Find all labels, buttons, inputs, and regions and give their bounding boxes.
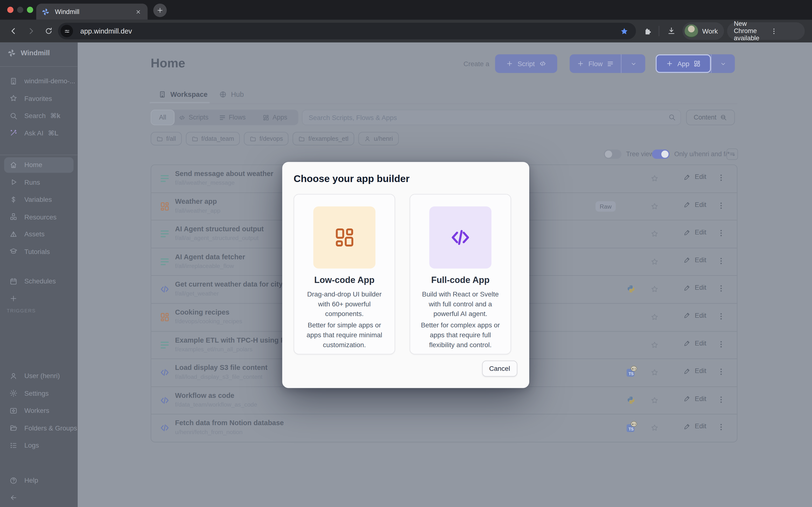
sidebar-item-search[interactable]: Search⌘k xyxy=(0,107,78,125)
table-row[interactable]: Fetch data from Notion databaseu/henri/f… xyxy=(151,414,737,442)
site-info-icon[interactable] xyxy=(61,25,73,37)
bookmark-star-icon[interactable] xyxy=(620,26,628,35)
row-menu-kebab-icon[interactable] xyxy=(717,312,725,321)
tab-workspace[interactable]: Workspace xyxy=(158,91,208,98)
low-code-app-card[interactable]: Low-code App Drag-and-drop UI builder wi… xyxy=(294,194,395,354)
filter-settings-button[interactable] xyxy=(726,149,738,160)
tab-close-icon[interactable] xyxy=(135,8,141,15)
sidebar-item-folders-groups[interactable]: Folders & Groups xyxy=(0,419,78,437)
filter-segment-flows[interactable]: Flows xyxy=(213,110,252,125)
sidebar-item-tutorials[interactable]: Tutorials xyxy=(0,243,78,260)
favorite-star-icon[interactable] xyxy=(650,230,659,238)
sidebar-item-favorites[interactable]: Favorites xyxy=(0,90,78,107)
new-tab-button[interactable] xyxy=(153,4,167,17)
sidebar-item-windmill-demo[interactable]: windmill-demo-... xyxy=(0,72,78,90)
profile-button[interactable]: Work xyxy=(682,22,724,40)
cancel-button[interactable]: Cancel xyxy=(482,361,517,377)
chrome-menu-icon[interactable] xyxy=(770,27,800,35)
app-dropdown-button[interactable] xyxy=(711,54,735,73)
chip-u-henri[interactable]: u/henri xyxy=(358,132,399,145)
forward-button[interactable] xyxy=(24,24,39,38)
favorite-star-icon[interactable] xyxy=(650,424,659,432)
favorite-star-icon[interactable] xyxy=(650,341,659,349)
favorite-star-icon[interactable] xyxy=(650,258,659,266)
extensions-icon[interactable] xyxy=(644,27,653,36)
tree-view-toggle[interactable] xyxy=(604,150,621,159)
sidebar-item-assets[interactable]: Assets xyxy=(0,225,78,243)
only-filter-toggle[interactable] xyxy=(652,150,670,159)
edit-button[interactable]: Edit xyxy=(683,312,706,319)
row-menu-kebab-icon[interactable] xyxy=(717,368,725,376)
edit-button[interactable]: Edit xyxy=(683,173,706,181)
row-menu-kebab-icon[interactable] xyxy=(717,257,725,265)
flow-dropdown-button[interactable] xyxy=(621,54,645,73)
page: Windmill windmill-demo-...FavoritesSearc… xyxy=(0,43,812,507)
table-row[interactable]: Workflow as codef/data_team/workflow_as_… xyxy=(151,386,737,414)
sidebar-item-user-henri[interactable]: User (henri) xyxy=(0,367,78,385)
favorite-star-icon[interactable] xyxy=(650,202,659,210)
back-button[interactable] xyxy=(6,24,21,38)
edit-button[interactable]: Edit xyxy=(683,256,706,264)
sidebar-item-workers[interactable]: Workers xyxy=(0,402,78,419)
edit-button[interactable]: Edit xyxy=(683,339,706,347)
favorite-star-icon[interactable] xyxy=(650,369,659,377)
sidebar-item-variables[interactable]: Variables xyxy=(0,191,78,208)
sidebar-item-home[interactable]: Home xyxy=(0,156,78,174)
row-menu-kebab-icon[interactable] xyxy=(717,229,725,237)
search-input[interactable] xyxy=(302,110,681,125)
favorite-star-icon[interactable] xyxy=(650,174,659,182)
item-title: Send message about weather xyxy=(175,170,273,177)
edit-button[interactable]: Edit xyxy=(683,394,706,402)
download-icon[interactable] xyxy=(667,26,676,35)
edit-button[interactable]: Edit xyxy=(683,228,706,236)
favorite-star-icon[interactable] xyxy=(650,285,659,294)
window-zoom-button[interactable] xyxy=(27,7,33,13)
window-close-button[interactable] xyxy=(7,7,13,13)
sidebar-item-schedules[interactable]: Schedules xyxy=(0,273,78,290)
row-menu-kebab-icon[interactable] xyxy=(717,201,725,210)
create-script-button[interactable]: Script xyxy=(495,54,557,73)
sidebar-item-resources[interactable]: Resources xyxy=(0,208,78,226)
sidebar-item-plus[interactable] xyxy=(0,290,78,307)
edit-button[interactable]: Edit xyxy=(683,367,706,375)
sidebar-item-label: Resources xyxy=(24,213,57,221)
edit-button[interactable]: Edit xyxy=(683,201,706,208)
row-menu-kebab-icon[interactable] xyxy=(717,423,725,432)
windmill-brand[interactable]: Windmill xyxy=(7,49,50,57)
row-menu-kebab-icon[interactable] xyxy=(717,340,725,348)
content-search-button[interactable]: Content xyxy=(686,110,735,125)
favorite-star-icon[interactable] xyxy=(650,313,659,321)
row-menu-kebab-icon[interactable] xyxy=(717,173,725,182)
favorite-star-icon[interactable] xyxy=(650,396,659,404)
filter-segment-all[interactable]: All xyxy=(151,110,175,125)
create-flow-button[interactable]: Flow xyxy=(570,54,621,73)
chip-f-data-team[interactable]: f/data_team xyxy=(186,132,240,145)
wand-icon xyxy=(9,129,18,137)
sidebar-item-ask-ai[interactable]: Ask AI⌘L xyxy=(0,124,78,142)
full-code-app-card[interactable]: Full-code App Build with React or Svelte… xyxy=(410,194,511,354)
modal-title: Choose your app builder xyxy=(294,173,410,185)
filter-segment-apps[interactable]: Apps xyxy=(252,110,298,125)
chip-f-devops[interactable]: f/devops xyxy=(244,132,289,145)
reload-button[interactable] xyxy=(41,24,56,38)
sidebar-item-runs[interactable]: Runs xyxy=(0,174,78,191)
sidebar-item-settings[interactable]: Settings xyxy=(0,385,78,402)
chrome-update-button[interactable]: New Chrome available xyxy=(727,22,805,40)
sidebar-item-logs[interactable]: Logs xyxy=(0,437,78,454)
chip-f-examples-etl[interactable]: f/examples_etl xyxy=(293,132,354,145)
folder-icon xyxy=(298,135,305,142)
window-minimize-button[interactable] xyxy=(17,7,23,13)
sidebar-footer-help[interactable]: Help xyxy=(0,472,78,489)
browser-tab[interactable]: Windmill xyxy=(36,4,148,19)
row-menu-kebab-icon[interactable] xyxy=(717,284,725,293)
chip-f-all[interactable]: f/all xyxy=(151,132,182,145)
address-bar[interactable]: app.windmill.dev xyxy=(58,23,636,39)
sidebar-footer-plus[interactable] xyxy=(0,489,78,507)
filter-segment-scripts[interactable]: Scripts xyxy=(174,110,213,125)
create-app-button[interactable]: App xyxy=(656,54,711,73)
edit-button[interactable]: Edit xyxy=(683,284,706,291)
row-menu-kebab-icon[interactable] xyxy=(717,395,725,404)
pencil-icon xyxy=(683,284,691,291)
tab-hub[interactable]: Hub xyxy=(219,91,244,98)
edit-button[interactable]: Edit xyxy=(683,422,706,430)
